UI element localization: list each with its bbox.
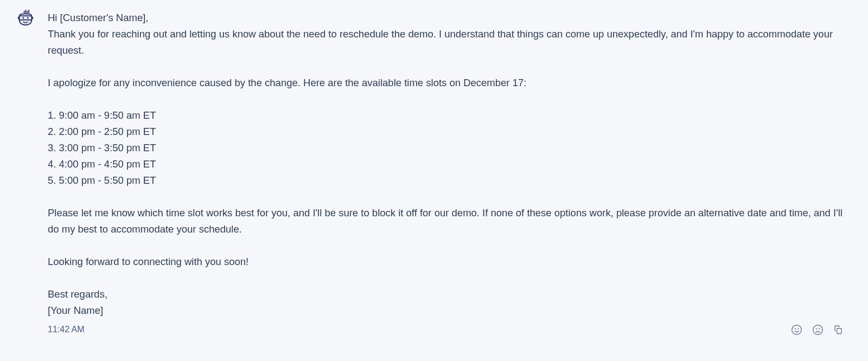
greeting-line: Hi [Customer's Name], (48, 10, 851, 26)
copy-icon[interactable] (833, 325, 843, 334)
svg-rect-15 (837, 328, 841, 334)
frown-icon[interactable] (812, 324, 824, 336)
svg-rect-4 (20, 16, 32, 20)
message-footer: 11:42 AM (48, 324, 851, 336)
svg-rect-1 (25, 10, 27, 14)
closing-paragraph: Looking forward to connecting with you s… (48, 254, 851, 270)
intro-paragraph: Thank you for reaching out and letting u… (48, 26, 851, 59)
slot-line: 5. 5:00 pm - 5:50 pm ET (48, 172, 851, 189)
svg-point-14 (819, 328, 820, 329)
signoff-line: Best regards, (48, 286, 851, 302)
svg-point-10 (795, 328, 795, 329)
svg-rect-3 (28, 10, 29, 14)
message-wrapper: Hi [Customer's Name], Thank you for reac… (48, 10, 851, 351)
slot-line: 1. 9:00 am - 9:50 am ET (48, 107, 851, 124)
svg-rect-8 (31, 17, 33, 20)
svg-rect-0 (24, 11, 25, 14)
chat-message: Hi [Customer's Name], Thank you for reac… (0, 0, 868, 361)
svg-rect-2 (27, 11, 28, 14)
svg-rect-6 (27, 17, 29, 19)
slot-line: 4. 4:00 pm - 4:50 pm ET (48, 156, 851, 172)
action-icons (791, 324, 851, 336)
slot-line: 2. 2:00 pm - 2:50 pm ET (48, 124, 851, 140)
svg-point-11 (798, 328, 799, 329)
svg-point-12 (813, 325, 823, 334)
timestamp: 11:42 AM (48, 325, 85, 334)
bot-avatar (17, 10, 34, 26)
apology-paragraph: I apologize for any inconvenience caused… (48, 75, 851, 91)
svg-rect-5 (22, 17, 24, 19)
svg-rect-7 (18, 17, 20, 20)
slot-line: 3. 3:00 pm - 3:50 pm ET (48, 140, 851, 156)
smile-icon[interactable] (791, 324, 802, 336)
signature-line: [Your Name] (48, 302, 851, 319)
message-body: Hi [Customer's Name], Thank you for reac… (48, 10, 851, 319)
svg-point-13 (816, 328, 816, 329)
instruction-paragraph: Please let me know which time slot works… (48, 205, 851, 237)
svg-point-9 (792, 325, 802, 334)
